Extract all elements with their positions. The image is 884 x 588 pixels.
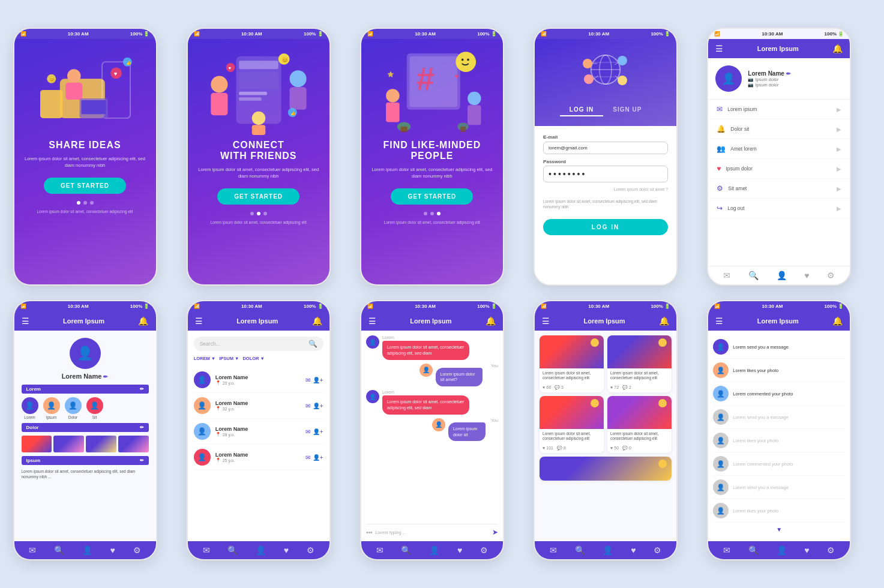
nav-gear-10[interactable]: ⚙ — [827, 545, 835, 555]
bell-icon-9[interactable]: 🔔 — [659, 316, 669, 326]
nav-search-7[interactable]: 🔍 — [227, 545, 238, 555]
menu-item-2[interactable]: 👥 Amet lorem ▶ — [708, 139, 850, 159]
sender-name-2: Lorem — [382, 390, 498, 394]
notif-2: 👤 Lorem likes your photo — [713, 359, 845, 382]
nav-search-10[interactable]: 🔍 — [748, 545, 759, 555]
nav-heart-10[interactable]: ♥ — [804, 545, 809, 555]
forgot-link[interactable]: Lorem ipsum dolor sit amet ? — [543, 187, 668, 191]
add-btn-4[interactable]: 👤+ — [313, 454, 323, 461]
nav-gear-8[interactable]: ⚙ — [480, 545, 488, 555]
tab-signup[interactable]: SIGN UP — [603, 104, 651, 116]
nav-people-8[interactable]: 👤 — [429, 545, 439, 555]
illus-svg-3: # ♥ — [371, 45, 493, 135]
filter-lorem[interactable]: LOREM ▼ — [194, 356, 216, 361]
nav-mail-5[interactable]: ✉ — [723, 271, 730, 280]
friend-name-4: Sit — [92, 415, 97, 419]
nav-heart-9[interactable]: ♥ — [631, 545, 636, 555]
get-started-btn-2[interactable]: GET STARTED — [217, 188, 299, 205]
hamburger-icon-9[interactable]: ☰ — [542, 316, 550, 326]
nav-people-10[interactable]: 👤 — [777, 545, 787, 555]
password-input[interactable] — [543, 166, 668, 182]
edit-profile-icon[interactable]: ✏ — [103, 374, 108, 380]
bell-icon-8[interactable]: 🔔 — [486, 316, 496, 326]
menu-item-5[interactable]: ↪ Log out ▶ — [708, 199, 850, 218]
bell-icon-7[interactable]: 🔔 — [312, 316, 322, 326]
search-icon[interactable]: 🔍 — [308, 340, 317, 348]
nav-heart-5[interactable]: ♥ — [804, 271, 809, 280]
hamburger-icon-7[interactable]: ☰ — [195, 316, 203, 326]
nav-mail-6[interactable]: ✉ — [29, 545, 36, 555]
edit-icon[interactable]: ✏ — [786, 71, 791, 77]
nav-search-5[interactable]: 🔍 — [748, 271, 759, 280]
hamburger-icon-6[interactable]: ☰ — [22, 316, 29, 326]
section1-edit[interactable]: ✏ — [140, 386, 144, 392]
section2-edit[interactable]: ✏ — [140, 425, 144, 430]
nav-heart-7[interactable]: ♥ — [284, 545, 289, 555]
get-started-btn-1[interactable]: GET STARTED — [44, 178, 126, 194]
profile-section: 👤 Lorem Name ✏ 📷 Ipsum dolor 📷 Ipsum dol… — [708, 58, 850, 100]
bell-icon[interactable]: 🔔 — [832, 44, 843, 53]
hamburger-icon-10[interactable]: ☰ — [715, 316, 723, 326]
send-icon[interactable]: ➤ — [492, 528, 498, 536]
filter-ipsum[interactable]: IPSUM ▼ — [219, 356, 239, 361]
nav-heart-8[interactable]: ♥ — [457, 545, 462, 555]
menu-item-0[interactable]: ✉ Lorem ipsum ▶ — [708, 100, 850, 119]
svg-text:♥: ♥ — [113, 71, 117, 77]
nav-people-9[interactable]: 👤 — [603, 545, 613, 555]
nav-gear-6[interactable]: ⚙ — [133, 545, 141, 555]
nav-search-6[interactable]: 🔍 — [54, 545, 64, 555]
user-actions-1: ✉ 👤+ — [305, 377, 323, 383]
nav-gear-9[interactable]: ⚙ — [654, 545, 661, 555]
login-button[interactable]: LOG IN — [543, 219, 668, 235]
hamburger-icon-8[interactable]: ☰ — [368, 316, 376, 326]
nav-gear-5[interactable]: ⚙ — [827, 271, 835, 280]
time-9: 10:30 AM — [588, 304, 609, 309]
menu-item-4[interactable]: ⚙ Sit amet ▶ — [708, 179, 850, 199]
bell-icon-10[interactable]: 🔔 — [832, 316, 843, 326]
footer-3: Lorem ipsum dolor sit amet, consectetuer… — [384, 220, 480, 224]
nav-mail-10[interactable]: ✉ — [723, 545, 730, 555]
signal-icon-8: 📶 — [367, 304, 373, 309]
msg-btn-4[interactable]: ✉ — [305, 454, 310, 461]
nav-people-5[interactable]: 👤 — [777, 271, 787, 280]
bell-icon-6[interactable]: 🔔 — [138, 316, 148, 326]
add-btn-3[interactable]: 👤+ — [313, 428, 323, 435]
msg-btn-1[interactable]: ✉ — [305, 377, 310, 383]
nav-people-7[interactable]: 👤 — [256, 545, 266, 555]
dots-icon: ••• — [366, 529, 373, 536]
add-btn-2[interactable]: 👤+ — [313, 403, 323, 409]
filter-dolor[interactable]: DOLOR ▼ — [242, 356, 265, 361]
chat-input-row: ••• Lorem typing ... ➤ — [366, 524, 498, 536]
globe-area — [579, 49, 633, 97]
notif-avatar-1: 👤 — [713, 339, 729, 355]
add-btn-1[interactable]: 👤+ — [313, 377, 323, 383]
menu-item-3[interactable]: ♥ Ipsum dolor ▶ — [708, 159, 850, 179]
nav-gear-7[interactable]: ⚙ — [307, 545, 314, 555]
nav-people-6[interactable]: 👤 — [82, 545, 92, 555]
friend-name-3: Dolor — [68, 415, 78, 419]
nav-search-9[interactable]: 🔍 — [575, 545, 585, 555]
msg-btn-2[interactable]: ✉ — [305, 403, 310, 409]
notif-avatar-7: 👤 — [713, 479, 729, 495]
msg-btn-3[interactable]: ✉ — [305, 428, 310, 435]
get-started-btn-3[interactable]: GET STARTED — [391, 188, 473, 205]
hamburger-icon[interactable]: ☰ — [715, 44, 723, 53]
friend-2: 👤 Ipsum — [43, 397, 60, 419]
nav-mail-9[interactable]: ✉ — [550, 545, 557, 555]
user-card-4: 👤 Lorem Name 📍 25 y.o. ✉ 👤+ — [194, 445, 323, 470]
tab-login[interactable]: LOG IN — [560, 104, 603, 116]
search-bar[interactable]: Search... 🔍 — [194, 337, 323, 351]
svg-point-3 — [67, 69, 81, 83]
menu-item-1[interactable]: 🔔 Dolor sit ▶ — [708, 119, 850, 139]
load-more[interactable]: ▼ — [713, 523, 845, 536]
svg-point-33 — [456, 52, 476, 72]
nav-search-8[interactable]: 🔍 — [401, 545, 411, 555]
nav-mail-7[interactable]: ✉ — [203, 545, 210, 555]
section3-edit[interactable]: ✏ — [140, 458, 144, 463]
svg-rect-43 — [460, 127, 466, 132]
nav-heart-6[interactable]: ♥ — [110, 545, 115, 555]
nav-mail-8[interactable]: ✉ — [376, 545, 383, 555]
chat-row-2: You Lorem ipsum dolor sit amet? 👤 — [366, 364, 498, 387]
email-input[interactable] — [543, 142, 668, 154]
user-card-2: 👤 Lorem Name 📍 32 y.o. ✉ 👤+ — [194, 393, 323, 419]
